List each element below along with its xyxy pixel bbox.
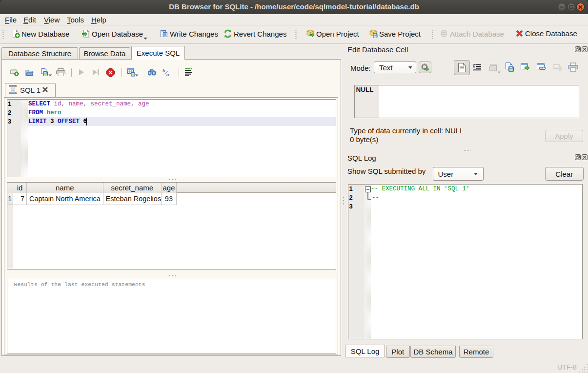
- svg-text:b: b: [162, 68, 165, 73]
